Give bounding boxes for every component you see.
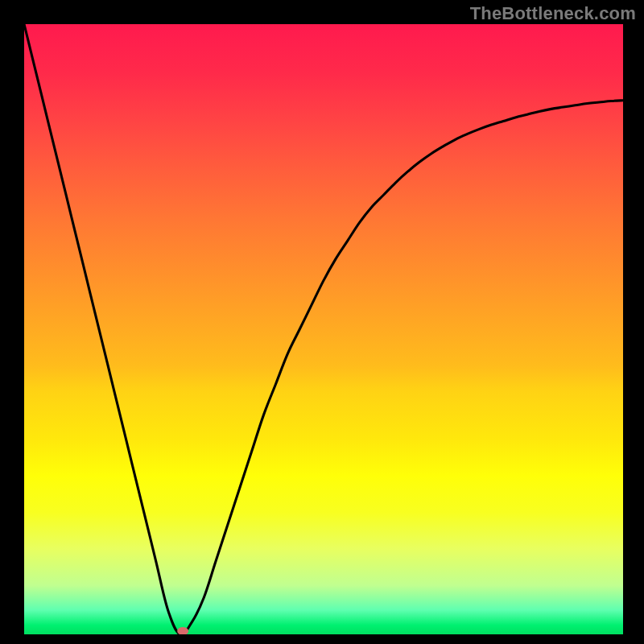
curve-svg xyxy=(24,24,623,634)
watermark-text: TheBottleneck.com xyxy=(470,3,636,24)
bottleneck-curve xyxy=(24,24,623,634)
plot-area xyxy=(24,24,623,634)
chart-frame: TheBottleneck.com xyxy=(0,0,644,644)
